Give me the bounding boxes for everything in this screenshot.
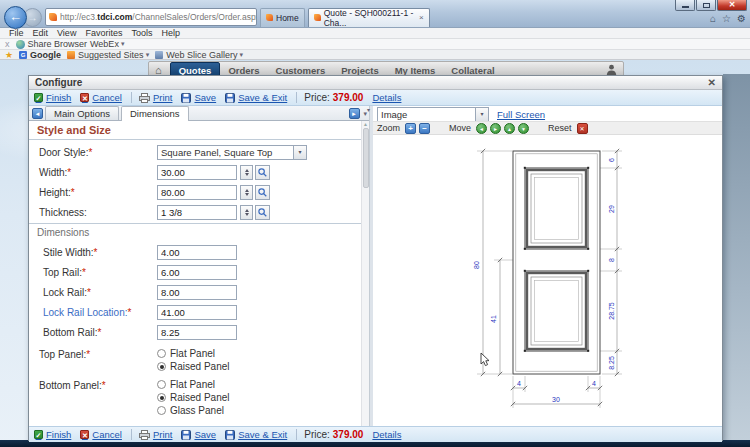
stile-width-row: Stile Width:* (29, 245, 361, 260)
print-button-bottom[interactable]: Print (139, 429, 173, 440)
bottom-panel-raised-radio[interactable] (157, 393, 166, 402)
cancel-button-bottom[interactable]: ✕Cancel (80, 429, 122, 440)
tab-scroll-right-button[interactable]: ► (349, 108, 360, 119)
bottom-panel-glass-radio[interactable] (157, 406, 166, 415)
web-slice-dropdown-icon[interactable]: ▾ (240, 51, 244, 59)
top-panel-flat-radio[interactable] (157, 349, 166, 358)
save-exit-button-bottom[interactable]: Save & Exit (225, 429, 287, 440)
form-scrollbar[interactable]: ▲ (361, 121, 369, 426)
move-right-button[interactable]: ► (490, 123, 501, 134)
save-button[interactable]: Save (181, 92, 216, 103)
menu-view[interactable]: View (57, 28, 76, 38)
tab-main-options[interactable]: Main Options (45, 106, 119, 120)
viewer-mode-select[interactable]: Image ▾ (377, 107, 489, 122)
top-rail-row: Top Rail:* (29, 265, 361, 280)
options-tabstrip: ◄ Main Options Dimensions ► ▾ (29, 106, 369, 121)
door-preview-canvas[interactable]: 80 41 6 29 8 28.75 8.25 4 4 30 (373, 135, 722, 426)
door-style-select[interactable]: Square Panel, Square Top ▾ (157, 145, 307, 160)
suggested-sites-dropdown-icon[interactable]: ▾ (146, 51, 150, 59)
zoom-in-button[interactable]: + (405, 123, 416, 134)
menu-tools[interactable]: Tools (131, 28, 152, 38)
cancel-button[interactable]: ✕Cancel (80, 92, 122, 103)
favorite-suggested-sites[interactable]: Suggested Sites (78, 50, 144, 60)
webex-button[interactable]: WebEx (90, 39, 119, 49)
width-spinner[interactable] (240, 165, 253, 180)
dialog-body: ◄ Main Options Dimensions ► ▾ Style and … (29, 106, 722, 426)
finish-button-bottom[interactable]: ✓Finish (34, 429, 71, 440)
details-link[interactable]: Details (372, 92, 401, 103)
top-panel-raised-radio[interactable] (157, 362, 166, 371)
thickness-spinner[interactable] (240, 205, 253, 220)
print-button[interactable]: Print (139, 92, 173, 103)
dim-lock-rail: 8 (608, 258, 615, 262)
bottom-rail-input[interactable] (157, 325, 237, 340)
width-lookup-button[interactable] (255, 165, 270, 180)
dialog-toolbar-bottom: ✓Finish ✕Cancel Print Save Save & Exit P… (29, 426, 722, 442)
command-bar: x Share Browser WebEx ▾ (0, 39, 750, 50)
viewer-toolbar: Zoom + − Move ◄ ► ▲ ▼ Reset ✕ (373, 121, 722, 135)
address-bar[interactable]: http://ec3.tdci.com/ChannelSales/Orders/… (45, 8, 257, 26)
reset-label: Reset (548, 123, 572, 133)
back-button[interactable]: ← (4, 6, 27, 29)
settings-gear-icon[interactable]: ⚙ (737, 13, 746, 24)
menu-edit[interactable]: Edit (33, 28, 49, 38)
splitter-collapse-icon[interactable]: ▾ (367, 106, 370, 113)
bottom-panel-flat-radio[interactable] (157, 380, 166, 389)
favorites-star-icon[interactable]: ☆ (722, 13, 731, 24)
tab-scroll-left-button[interactable]: ◄ (32, 108, 43, 119)
thickness-input[interactable] (157, 205, 237, 220)
reset-button[interactable]: ✕ (577, 123, 588, 134)
move-left-button[interactable]: ◄ (476, 123, 487, 134)
maximize-button[interactable] (696, 0, 716, 11)
tab-home[interactable]: Home (260, 8, 305, 27)
chevron-down-icon[interactable]: ▾ (293, 146, 306, 159)
site-favicon-icon (49, 13, 57, 21)
height-input[interactable] (157, 185, 237, 200)
home-icon[interactable]: ⌂ (710, 13, 716, 24)
close-button[interactable]: ✕ (717, 0, 747, 11)
menu-file[interactable]: File (9, 28, 24, 38)
move-up-button[interactable]: ▲ (504, 123, 515, 134)
dialog-close-icon[interactable]: ✕ (708, 77, 716, 88)
move-label: Move (449, 123, 471, 133)
lock-rail-location-input[interactable] (157, 305, 237, 320)
lock-rail-input[interactable] (157, 285, 237, 300)
commandbar-close-icon[interactable]: x (5, 39, 10, 49)
lock-rail-location-label[interactable]: Lock Rail Location:* (29, 307, 157, 318)
save-exit-button[interactable]: Save & Exit (225, 92, 287, 103)
tab-close-icon[interactable]: × (419, 13, 424, 22)
stile-width-input[interactable] (157, 245, 237, 260)
save-button-bottom[interactable]: Save (181, 429, 216, 440)
magnifier-icon (258, 168, 267, 177)
top-rail-input[interactable] (157, 265, 237, 280)
favorite-web-slice-gallery[interactable]: Web Slice Gallery (166, 50, 237, 60)
width-input[interactable] (157, 165, 237, 180)
tab-quote[interactable]: Quote - SQH000211-1 - Cha... × (308, 8, 430, 27)
zoom-out-button[interactable]: − (419, 123, 430, 134)
tab-dimensions[interactable]: Dimensions (121, 106, 189, 121)
minimize-button[interactable] (675, 0, 695, 11)
finish-button[interactable]: ✓Finish (34, 92, 71, 103)
favorite-google[interactable]: Google (30, 50, 61, 60)
printer-icon (139, 93, 150, 103)
share-browser-button[interactable]: Share Browser (28, 39, 88, 49)
menu-favorites[interactable]: Favorites (85, 28, 122, 38)
thickness-lookup-button[interactable] (255, 205, 270, 220)
dialog-title: Configure (35, 77, 82, 88)
full-screen-link[interactable]: Full Screen (497, 109, 545, 120)
dim-overall-height: 80 (473, 261, 480, 269)
scroll-up-icon[interactable]: ▲ (363, 121, 368, 127)
add-favorite-icon[interactable]: ★ (5, 50, 13, 60)
magnifier-icon (258, 188, 267, 197)
move-down-button[interactable]: ▼ (518, 123, 529, 134)
dim-top-rail: 6 (608, 158, 615, 162)
toolbar-separator (131, 92, 132, 103)
height-lookup-button[interactable] (255, 185, 270, 200)
menu-help[interactable]: Help (161, 28, 180, 38)
details-link-bottom[interactable]: Details (372, 429, 401, 440)
height-spinner[interactable] (240, 185, 253, 200)
favorites-bar: ★ G Google Suggested Sites ▾ Web Slice G… (0, 50, 750, 60)
chevron-down-icon[interactable]: ▾ (475, 108, 488, 121)
scrollbar-thumb[interactable] (363, 128, 369, 188)
webex-dropdown-icon[interactable]: ▾ (121, 40, 125, 48)
